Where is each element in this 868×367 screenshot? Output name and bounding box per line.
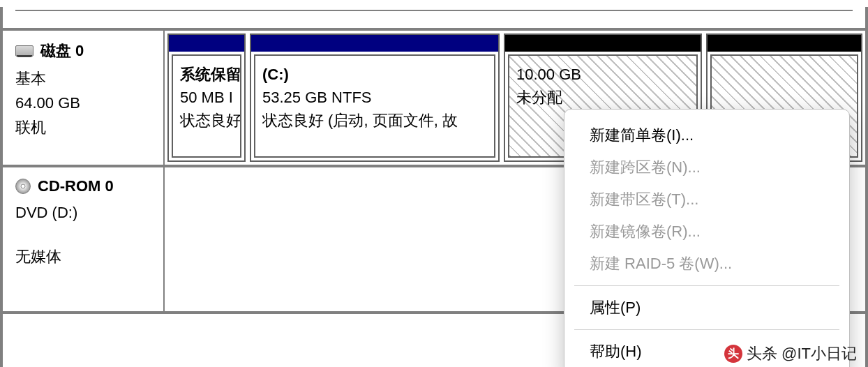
menu-new-striped-volume: 新建带区卷(T)...: [564, 184, 849, 216]
disk-name: 磁盘 0: [40, 40, 84, 61]
watermark-text: @IT小日记: [781, 343, 857, 364]
disk-info-panel[interactable]: CD-ROM 0 DVD (D:) 无媒体: [3, 167, 165, 311]
watermark: 头 头杀 @IT小日记: [724, 343, 857, 364]
disk-type: 基本: [15, 67, 155, 90]
disk-status: 联机: [15, 116, 155, 139]
cd-icon: [15, 179, 31, 194]
context-menu: 新建简单卷(I)... 新建跨区卷(N)... 新建带区卷(T)... 新建镜像…: [564, 109, 850, 367]
hdd-icon: [15, 45, 33, 57]
watermark-prefix: 头杀: [747, 343, 777, 364]
menu-new-spanned-volume: 新建跨区卷(N)...: [564, 151, 849, 184]
disk-info-panel[interactable]: 磁盘 0 基本 64.00 GB 联机: [3, 31, 165, 165]
menu-new-simple-volume[interactable]: 新建简单卷(I)...: [564, 119, 849, 151]
partition-c-drive[interactable]: (C:) 53.25 GB NTFS 状态良好 (启动, 页面文件, 故: [250, 33, 500, 162]
menu-separator: [574, 285, 839, 286]
disk-status: 无媒体: [15, 245, 155, 268]
partition-system-reserved[interactable]: 系统保留 50 MB I 状态良好: [167, 33, 246, 162]
partition-size: 50 MB I: [180, 86, 233, 109]
disk-name: CD-ROM 0: [38, 177, 114, 195]
partition-status: 状态良好 (启动, 页面文件, 故: [262, 109, 487, 132]
disk-size: [15, 225, 155, 244]
menu-properties[interactable]: 属性(P): [564, 292, 849, 324]
menu-new-raid5-volume: 新建 RAID-5 卷(W)...: [564, 248, 849, 280]
menu-separator: [574, 329, 839, 330]
partition-header: [708, 35, 861, 52]
partition-header: [169, 35, 244, 52]
partition-title: 系统保留: [180, 63, 233, 86]
partition-header: [251, 35, 498, 52]
menu-new-mirrored-volume: 新建镜像卷(R)...: [564, 216, 849, 248]
partition-size: 10.00 GB: [516, 63, 689, 86]
disk-type: DVD (D:): [15, 201, 155, 224]
partition-size: 53.25 GB NTFS: [262, 86, 487, 109]
partition-header: [505, 35, 701, 52]
watermark-logo-icon: 头: [724, 345, 742, 363]
disk-size: 64.00 GB: [15, 91, 155, 114]
top-divider: [15, 7, 853, 11]
partition-title: (C:): [262, 63, 487, 86]
partition-status: 状态良好: [180, 109, 233, 132]
partition-status: 未分配: [516, 86, 689, 109]
